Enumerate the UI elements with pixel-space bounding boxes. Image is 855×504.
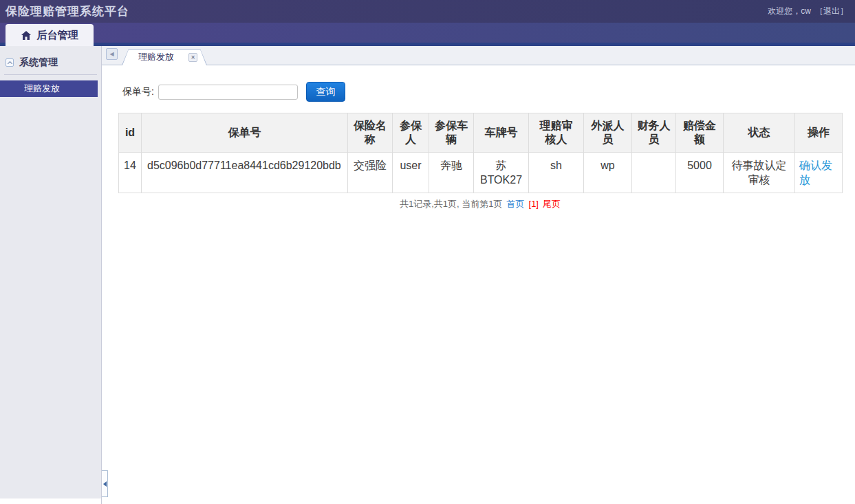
logout-link[interactable]: ［退出］: [815, 6, 848, 17]
cell-insured-person: user: [393, 153, 429, 193]
nav-tab-backend-admin[interactable]: 后台管理: [6, 24, 94, 46]
tab-strip: ◀ 理赔发放 ✕: [102, 46, 855, 65]
cell-action: 确认发放: [795, 153, 843, 193]
welcome-text: 欢迎您，cw: [768, 6, 811, 17]
col-header-status: 状态: [724, 113, 795, 153]
policy-number-label: 保单号:: [122, 86, 154, 98]
collapse-left-arrow-icon: [103, 481, 107, 487]
home-icon: [21, 31, 31, 40]
pagination-current-page[interactable]: [1]: [529, 199, 539, 209]
pagination: 共1记录,共1页, 当前第1页首页[1]尾页: [118, 198, 842, 210]
nav-tab-label: 后台管理: [37, 29, 78, 42]
cell-policy-no: d5c096b0d77711ea8441cd6b29120bdb: [142, 153, 348, 193]
table-header-row: id 保单号 保险名 称 参保 人 参保车 辆 车牌号 理赔审 核人 外派人 员…: [119, 113, 843, 153]
pagination-first-link[interactable]: 首页: [507, 199, 525, 209]
col-header-finance-staff: 财务人 员: [632, 113, 676, 153]
sidebar-divider: [4, 74, 97, 75]
col-header-insurance-name: 保险名 称: [348, 113, 393, 153]
top-header-bar: 保险理赔管理系统平台 欢迎您，cw ［退出］: [0, 0, 855, 23]
confirm-distribution-link[interactable]: 确认发放: [799, 160, 832, 186]
tabs-scroll-left-button[interactable]: ◀: [106, 48, 118, 60]
sidebar: 系统管理 理赔发放: [0, 46, 102, 504]
tab-claim-distribution[interactable]: 理赔发放 ✕: [122, 49, 207, 65]
sidebar-collapse-handle[interactable]: [102, 470, 108, 497]
policy-number-input[interactable]: [158, 85, 298, 100]
query-button[interactable]: 查询: [306, 82, 345, 102]
col-header-action: 操作: [795, 113, 843, 153]
cell-insurance-name: 交强险: [348, 153, 393, 193]
col-header-claim-auditor: 理赔审 核人: [529, 113, 584, 153]
nav-bar: 后台管理: [0, 23, 855, 46]
col-header-policy-no: 保单号: [142, 113, 348, 153]
cell-finance-staff: [632, 153, 676, 193]
cell-dispatch-staff: wp: [584, 153, 632, 193]
col-header-compensation: 赔偿金 额: [676, 113, 724, 153]
sidebar-item-claim-distribution[interactable]: 理赔发放: [0, 80, 98, 97]
tab-label: 理赔发放: [138, 51, 174, 63]
cell-insured-vehicle: 奔驰: [429, 153, 474, 193]
cell-status: 待事故认定审核: [724, 153, 795, 193]
col-header-insured-person: 参保 人: [393, 113, 429, 153]
collapse-icon[interactable]: [6, 58, 14, 67]
table-row: 14 d5c096b0d77711ea8441cd6b29120bdb 交强险 …: [119, 153, 843, 193]
col-header-id: id: [119, 113, 142, 153]
cell-plate-no: 苏BTOK27: [474, 153, 529, 193]
cell-compensation: 5000: [676, 153, 724, 193]
search-form: 保单号: 查询: [122, 82, 855, 102]
pagination-last-link[interactable]: 尾页: [543, 199, 561, 209]
sidebar-group-system-management[interactable]: 系统管理: [0, 54, 101, 74]
tab-close-icon[interactable]: ✕: [188, 53, 197, 62]
cell-id: 14: [119, 153, 142, 193]
sidebar-group-label: 系统管理: [19, 56, 58, 69]
main-content: ◀ 理赔发放 ✕ 保单号: 查询: [102, 46, 855, 504]
col-header-plate-no: 车牌号: [474, 113, 529, 153]
cell-claim-auditor: sh: [529, 153, 584, 193]
col-header-dispatch-staff: 外派人 员: [584, 113, 632, 153]
pagination-summary: 共1记录,共1页, 当前第1页: [400, 199, 503, 209]
claims-table: id 保单号 保险名 称 参保 人 参保车 辆 车牌号 理赔审 核人 外派人 员…: [118, 113, 843, 193]
app-title: 保险理赔管理系统平台: [6, 3, 129, 19]
col-header-insured-vehicle: 参保车 辆: [429, 113, 474, 153]
